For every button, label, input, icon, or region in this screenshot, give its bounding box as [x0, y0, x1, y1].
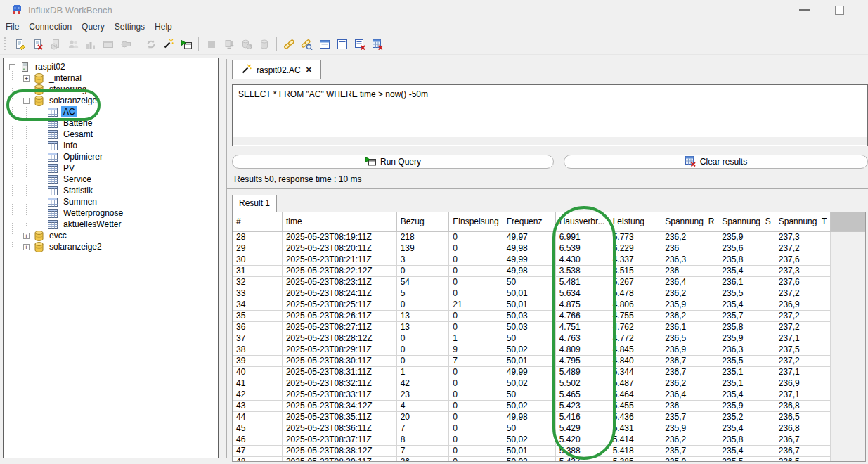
tree-item-pv[interactable]: PV	[4, 162, 218, 174]
menu-help[interactable]: Help	[150, 20, 178, 33]
tree-item-info[interactable]: Info	[4, 140, 218, 151]
table-row[interactable]: 282025-05-23T08:19:11Z218049,976.9915.77…	[233, 231, 865, 243]
table-cell: 4.840	[609, 355, 661, 366]
column-header-leistung[interactable]: Leistung	[609, 212, 661, 231]
query-editor[interactable]: SELECT * FROM "AC" WHERE time > now() -5…	[232, 84, 868, 146]
clear-list-icon[interactable]	[351, 36, 368, 53]
table-cell: 0	[449, 400, 503, 411]
table-cell: 237,2	[775, 243, 831, 254]
run-query-button[interactable]: Run Query	[232, 155, 554, 169]
doc-edit-icon[interactable]	[11, 36, 29, 53]
table-row[interactable]: 442025-05-23T08:35:11Z20049,985.4165.436…	[233, 411, 865, 423]
table-row[interactable]: 382025-05-23T08:29:11Z0950,024.8094.8452…	[233, 344, 865, 355]
tree-item-statistik[interactable]: Statistik	[4, 185, 218, 196]
table-cell: 235,7	[661, 445, 718, 456]
table-cell: 1	[449, 333, 503, 344]
table-row[interactable]: 412025-05-23T08:32:11Z42050,025.5025.487…	[233, 378, 865, 389]
tree-item-wetterprognose[interactable]: Wetterprognose	[4, 207, 218, 219]
table-row[interactable]: 422025-05-23T08:33:11Z230505.4655.464236…	[233, 389, 865, 400]
expand-icon[interactable]: +	[23, 244, 33, 250]
tree-item-aktuelleswetter[interactable]: aktuellesWetter	[4, 219, 218, 230]
table-cell: 4.766	[555, 310, 609, 321]
tree-item-raspit02[interactable]: −raspit02	[4, 61, 218, 72]
clear-results-button[interactable]: Clear results	[564, 155, 868, 169]
menu-connection[interactable]: Connection	[25, 20, 77, 33]
column-header-bezug[interactable]: Bezug	[396, 212, 449, 231]
table-row[interactable]: 322025-05-23T08:23:11Z540505.4815.267236…	[233, 276, 865, 288]
doc-delete-icon[interactable]	[29, 36, 46, 53]
table-cell: 26	[396, 456, 449, 462]
table-row[interactable]: 342025-05-23T08:25:11Z02150,014.8754.806…	[233, 299, 865, 310]
menu-settings[interactable]: Settings	[110, 20, 150, 33]
table-row[interactable]: 462025-05-23T08:37:11Z8050,025.4205.4142…	[233, 434, 865, 445]
refresh-icon	[142, 36, 160, 53]
tab-raspit02-ac[interactable]: raspit02.AC ✕	[232, 60, 321, 79]
column-header-hausverbr-[interactable]: Hausverbr...	[555, 212, 609, 231]
clear-table-icon[interactable]	[368, 36, 386, 53]
table-row[interactable]: 402025-05-23T08:31:11Z1049,995.4895.3442…	[233, 366, 865, 378]
column-header-einspeisung[interactable]: Einspeisung	[449, 212, 503, 231]
sync-icon	[220, 36, 238, 53]
column-header-filler[interactable]	[831, 212, 865, 231]
column-header-spannung-r[interactable]: Spannung_R	[661, 212, 718, 231]
tree-item-solaranzeige[interactable]: −solaranzeige	[4, 95, 218, 106]
table-icon	[47, 209, 58, 218]
table-cell: 32	[233, 276, 282, 288]
tree-item-summen[interactable]: Summen	[4, 196, 218, 207]
tree-item-label: PV	[61, 162, 77, 174]
tree-item-batterie[interactable]: Batterie	[4, 117, 218, 129]
link-search-icon[interactable]	[298, 36, 316, 53]
tree-item-label: Summen	[61, 196, 99, 207]
close-tab-icon[interactable]: ✕	[306, 65, 312, 75]
table-row[interactable]: 372025-05-23T08:28:12Z01504.7634.772236,…	[233, 333, 865, 344]
collapse-icon[interactable]: −	[23, 98, 33, 104]
magic-wand-icon[interactable]	[160, 36, 177, 53]
tree-item-gesamt[interactable]: Gesamt	[4, 129, 218, 140]
table-row[interactable]: 332025-05-23T08:24:11Z5050,015.6345.4782…	[233, 288, 865, 299]
tree-item-service[interactable]: Service	[4, 174, 218, 185]
table-cell-filler	[831, 423, 865, 434]
tree-item-label: AC	[61, 106, 77, 117]
list-view-icon[interactable]	[333, 36, 351, 53]
table-cell: 2025-05-23T08:27:11Z	[282, 321, 396, 333]
form-view-icon[interactable]	[316, 36, 333, 53]
column-header-time[interactable]: time	[282, 212, 396, 231]
expand-icon[interactable]: +	[23, 75, 33, 82]
table-row[interactable]: 292025-05-23T08:20:11Z139049,986.5396.22…	[233, 243, 865, 254]
table-row[interactable]: 362025-05-23T08:27:11Z13050,034.7514.762…	[233, 321, 865, 333]
table-cell: 42	[396, 378, 449, 389]
menu-file[interactable]: File	[1, 20, 25, 33]
tree-item-evcc[interactable]: +evcc	[4, 230, 218, 241]
expand-icon[interactable]: +	[23, 233, 33, 239]
tree-item-_internal[interactable]: +_internal	[4, 72, 218, 84]
table-row[interactable]: 302025-05-23T08:21:11Z3049,994.4304.3372…	[233, 254, 865, 265]
column-header-spannung-t[interactable]: Spannung_T	[775, 212, 831, 231]
table-row[interactable]: 482025-05-23T08:39:11Z26050,025.4375.385…	[233, 456, 865, 462]
table-row[interactable]: 392025-05-23T08:30:11Z0750,014.7954.8402…	[233, 355, 865, 366]
tree-item-ac[interactable]: AC	[4, 106, 218, 117]
menu-query[interactable]: Query	[77, 20, 110, 33]
column-header--[interactable]: #	[233, 212, 282, 231]
table-row[interactable]: 472025-05-23T08:38:12Z7050,015.3885.4182…	[233, 445, 865, 456]
collapse-icon[interactable]: −	[9, 64, 19, 70]
results-table-container[interactable]: #timeBezugEinspeisungFrequenzHausverbr..…	[232, 212, 866, 462]
tree-item-steuerung[interactable]: steuerung	[4, 84, 218, 95]
minimize-button[interactable]	[789, 0, 820, 20]
link-icon[interactable]	[280, 36, 298, 53]
run-query-icon[interactable]	[177, 36, 195, 53]
table-cell: 5.416	[555, 411, 609, 423]
table-cell: 236,4	[661, 276, 718, 288]
tree-item-solaranzeige2[interactable]: +solaranzeige2	[4, 241, 218, 252]
column-header-frequenz[interactable]: Frequenz	[503, 212, 555, 231]
table-row[interactable]: 432025-05-23T08:34:12Z4050,025.4235.4552…	[233, 400, 865, 411]
table-cell-filler	[831, 288, 865, 299]
tree-item-optimierer[interactable]: Optimierer	[4, 151, 218, 162]
tab-result-1[interactable]: Result 1	[232, 195, 277, 212]
maximize-button[interactable]	[824, 0, 855, 20]
table-row[interactable]: 352025-05-23T08:26:11Z13050,034.7664.755…	[233, 310, 865, 321]
table-row[interactable]: 312025-05-23T08:22:12Z0049,983.5383.5152…	[233, 265, 865, 276]
table-row[interactable]: 452025-05-23T08:36:11Z70505.4295.431235,…	[233, 423, 865, 434]
table-cell: 2025-05-23T08:34:12Z	[282, 400, 396, 411]
column-header-spannung-s[interactable]: Spannung_S	[718, 212, 775, 231]
menu-bar: FileConnectionQuerySettingsHelp	[0, 20, 868, 34]
